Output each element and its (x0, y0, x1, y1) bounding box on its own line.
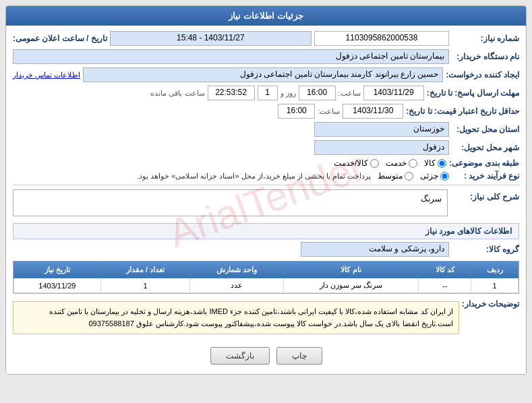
tabaghe-kala-khedmat: کالا/خدمت (334, 158, 379, 168)
baqi-label: ساعت باقی مانده (150, 89, 204, 98)
noe-jozi-radio[interactable] (440, 172, 449, 181)
sharh-row: شرح کلی نیاز: سرنگ (13, 189, 519, 219)
table-cell: 1 (100, 278, 190, 293)
grohe-value: دارو، پزشکی و سلامت (301, 242, 449, 257)
hadaghol-date: 1403/11/30 (343, 104, 403, 119)
table-head: ردیف کد کالا نام کالا واحد شمارش تعداد /… (14, 262, 519, 278)
shahr-label: شهر محل تحویل: (452, 143, 519, 152)
nam-dastgah-value: بیمارستان تامین اجتماعی دزفول (13, 49, 449, 64)
row-shahr: شهر محل تحویل: دزفول (13, 140, 519, 155)
row-hadaghol: حداقل تاریخ اعتبار قیمت: تا تاریخ: 1403/… (13, 104, 519, 119)
sharh-label: شرح کلی نیاز: (452, 189, 519, 202)
ijad-value: حسین زارع بیرانوند کارمند بیمارستان تامی… (83, 67, 443, 82)
etelaat-kala-title: اطلاعات کالاهای مورد نیاز (13, 223, 519, 239)
grohe-row: گروه کالا: دارو، پزشکی و سلامت (13, 242, 519, 257)
btn-print[interactable]: چاپ (276, 347, 322, 365)
buyer-desc-row: توضیحات خریدار: از ایران کد مشابه استفاد… (13, 298, 519, 338)
panel-title: جزئیات اطلاعات نیاز (229, 11, 303, 21)
nam-dastgah-label: نام دستگاه خریدار: (452, 52, 519, 61)
etelaat-tamas-link[interactable]: اطلاعات تماس خریدار (13, 71, 80, 80)
tabaghe-options: کالا خدمت کالا/خدمت (13, 158, 446, 168)
row-noe-farayand: نوع فرآیند خرید : جزئی متوسط پرداخت تمام… (13, 171, 519, 181)
tabaghe-khedmat: خدمت (386, 158, 417, 168)
mohlat-saaat: 16:00 (299, 86, 336, 100)
hadaghol-label: حداقل تاریخ اعتبار قیمت: تا تاریخ: (406, 106, 519, 116)
noe-jozi: جزئی (420, 171, 449, 181)
serng-text: سرنگ (421, 194, 442, 204)
shahr-value: دزفول (314, 140, 449, 155)
btn-return[interactable]: بازگشت (210, 347, 270, 365)
noe-label: نوع فرآیند خرید : (452, 171, 519, 181)
shomara-value: 1103095862000538 (314, 31, 449, 46)
table-cell: عدد (190, 278, 283, 293)
tarikh-value: 1403/11/27 - 15:48 (110, 31, 312, 46)
tarikh-field-label: تاریخ / ساعت اعلان عمومی: (13, 34, 107, 43)
buyer-desc-text: از ایران کد مشابه استفاده شده،کالا با کی… (13, 301, 459, 334)
table-row: 1--سرنگ سر سوزن دارعدد11403/11/29 (14, 278, 519, 293)
ijad-label: ایجاد کننده درخواست: (446, 70, 519, 80)
ostan-label: استان محل تحویل: (452, 125, 519, 134)
buyer-desc-label: توضیحات خریدار: (462, 298, 519, 309)
tabaghe-kala: کالا (424, 158, 446, 168)
kala-table: ردیف کد کالا نام کالا واحد شمارش تعداد /… (13, 261, 519, 294)
table-cell: 1 (471, 278, 519, 293)
col-radif: ردیف (471, 262, 519, 278)
hadaghol-saaat: 16:00 (278, 104, 315, 119)
table-cell: سرنگ سر سوزن دار (283, 278, 419, 293)
row-mohlat: مهلت ارسال پاسخ: تا تاریخ: 1403/11/29 سا… (13, 86, 519, 100)
row-ijad: ایجاد کننده درخواست: حسین زارع بیرانوند … (13, 67, 519, 82)
col-tedad: تعداد / مقدار (100, 262, 190, 278)
saaat-label: ساعت: (338, 89, 361, 98)
row-tabaghe: طبقه بندی موضوعی: کالا خدمت کالا/خدمت (13, 158, 519, 168)
tabaghe-both-radio[interactable] (370, 159, 379, 168)
panel-header: جزئیات اطلاعات نیاز (6, 6, 526, 26)
grohe-label: گروه کالا: (452, 245, 519, 254)
mohlat-date: 1403/11/29 (363, 86, 424, 100)
tabaghe-label: طبقه بندی موضوعی: (449, 158, 519, 168)
table-cell: 1403/11/29 (14, 278, 101, 293)
saaat2-label: ساعت: (318, 107, 340, 116)
noe-note: پرداخت تمام یا بخشی از مبلغ خرید،از محل … (13, 172, 371, 181)
row-ostan: استان محل تحویل: خوزستان (13, 122, 519, 137)
row-shomara: شماره نیاز: 1103095862000538 1403/11/27 … (13, 31, 519, 46)
tabaghe-khedmat-radio[interactable] (409, 159, 417, 168)
mohlat-label: مهلت ارسال پاسخ: تا تاریخ: (427, 88, 519, 98)
col-tarikh: تاریخ نیاز (14, 262, 101, 278)
col-nam: نام کالا (283, 262, 419, 278)
table-cell: -- (419, 278, 471, 293)
col-kod: کد کالا (419, 262, 471, 278)
col-vahed: واحد شمارش (190, 262, 283, 278)
tabaghe-kala-radio[interactable] (438, 159, 446, 168)
shomara-label: شماره نیاز: (452, 34, 519, 43)
serng-box: سرنگ (13, 189, 448, 216)
noe-motovaset-radio[interactable] (405, 172, 413, 181)
table-body: 1--سرنگ سر سوزن دارعدد11403/11/29 (14, 278, 519, 293)
noe-options: جزئی متوسط پرداخت تمام یا بخشی از مبلغ خ… (13, 171, 449, 181)
ostan-value: خوزستان (314, 122, 449, 137)
baqi-val: 22:53:52 (208, 86, 255, 100)
row-nam-dastgah: نام دستگاه خریدار: بیمارستان تامین اجتما… (13, 49, 519, 64)
button-row: چاپ بازگشت (13, 343, 519, 369)
rooz-label: روز و (280, 89, 296, 98)
noe-motovaset: متوسط (378, 171, 413, 181)
rooz-val: 1 (258, 86, 278, 100)
